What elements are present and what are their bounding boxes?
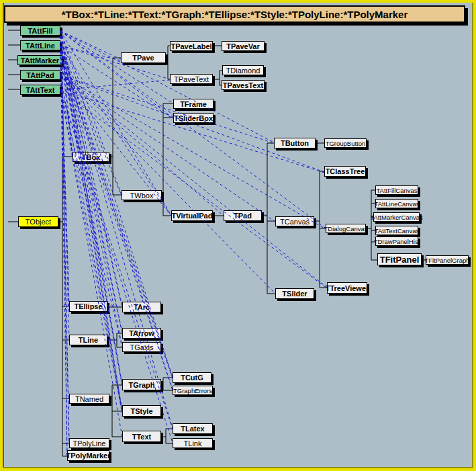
frame-border-top — [0, 0, 476, 3]
node-tlink[interactable]: TLink — [173, 438, 213, 448]
frame-accent-left — [3, 3, 4, 468]
node-tnamed[interactable]: TNamed — [69, 394, 109, 404]
node-tpavetext[interactable]: TPaveText — [170, 74, 213, 84]
node-tdialogcanvas[interactable]: TDialogCanvas — [326, 224, 366, 233]
node-tgroupbutton[interactable]: TGroupButton — [324, 138, 367, 148]
node-tellipse[interactable]: TEllipse — [69, 301, 107, 312]
node-tline[interactable]: TLine — [69, 335, 107, 345]
node-tgraph[interactable]: TGraph — [122, 379, 161, 390]
node-tattfill[interactable]: TAttFill — [20, 26, 60, 36]
class-hierarchy-diagram: *TBox:*TLine:*TText:*TGraph:*TEllipse:*T… — [0, 0, 476, 471]
node-tsliderbox[interactable]: TSliderBox — [173, 113, 213, 123]
node-tattmarkercanvas[interactable]: TAttMarkerCanvas — [373, 212, 420, 222]
node-tstyle[interactable]: TStyle — [122, 405, 161, 417]
node-tcanvas[interactable]: TCanvas — [275, 216, 314, 226]
node-tattmarker[interactable]: TAttMarker — [17, 55, 62, 65]
node-tpave[interactable]: TPave — [121, 52, 166, 63]
node-tpavestext[interactable]: TPavesText — [222, 80, 265, 90]
node-tvirtualpad[interactable]: TVirtualPad — [171, 210, 213, 221]
frame-accent-bottom — [3, 467, 473, 468]
node-tattfillcanvas[interactable]: TAttFillCanvas — [375, 185, 418, 195]
node-ttext[interactable]: TText — [122, 431, 161, 442]
node-tpad[interactable]: TPad — [224, 210, 262, 221]
node-tbox[interactable]: TBox — [73, 152, 109, 162]
node-tgaxis[interactable]: TGaxis — [122, 342, 161, 352]
node-tfitpanelgraph[interactable]: TFitPanelGraph — [426, 255, 469, 265]
node-tgrapherrors[interactable]: TGraphErrors — [173, 386, 213, 395]
node-tframe[interactable]: TFrame — [173, 99, 213, 109]
node-tlatex[interactable]: TLatex — [173, 423, 213, 434]
node-twbox[interactable]: TWbox — [122, 190, 162, 200]
node-tattlinecanvas[interactable]: TAttLineCanvas — [375, 199, 418, 208]
node-tdiamond[interactable]: TDiamond — [222, 65, 264, 75]
frame-accent-right — [472, 3, 473, 468]
node-tattpad[interactable]: TAttPad — [20, 70, 60, 80]
node-tpolymarker[interactable]: TPolyMarker — [67, 450, 109, 461]
diagram-title: *TBox:*TLine:*TText:*TGraph:*TEllipse:*T… — [4, 5, 465, 23]
node-tdrawpanelhist[interactable]: TDrawPanelHist — [375, 237, 418, 246]
frame-border-bottom — [0, 468, 476, 471]
node-tarrow[interactable]: TArrow — [122, 328, 161, 339]
node-tatttext[interactable]: TAttText — [20, 85, 60, 95]
node-tobject[interactable]: TObject — [18, 216, 58, 227]
node-tpavelabel[interactable]: TPaveLabel — [170, 41, 213, 51]
node-tfitpanel[interactable]: TFitPanel — [377, 253, 422, 265]
frame-border-right — [473, 0, 476, 471]
node-tattline[interactable]: TAttLine — [20, 40, 60, 50]
node-tslider[interactable]: TSlider — [275, 288, 314, 299]
node-tpolyline[interactable]: TPolyLine — [69, 438, 109, 448]
node-ttreeviewer[interactable]: TTreeViewer — [327, 282, 367, 294]
node-tarc[interactable]: TArc — [122, 302, 161, 312]
node-tbutton[interactable]: TButton — [274, 138, 316, 148]
node-tcutg[interactable]: TCutG — [173, 372, 211, 383]
node-tpavevar[interactable]: TPaveVar — [222, 41, 265, 51]
node-tatttextcanvas[interactable]: TAttTextCanvas — [375, 226, 418, 235]
node-tclasstree[interactable]: TClassTree — [324, 166, 366, 177]
